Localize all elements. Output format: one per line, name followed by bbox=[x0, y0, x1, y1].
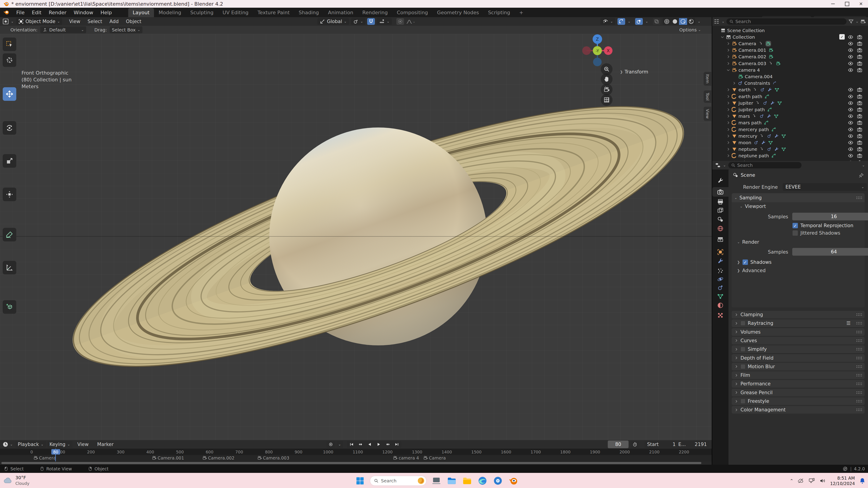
timeline-marker-camera-003[interactable]: Camera.003 bbox=[257, 455, 289, 460]
properties-tab-scene[interactable] bbox=[712, 215, 728, 224]
viewport-subpanel-header[interactable]: ⌄ Viewport bbox=[732, 202, 865, 210]
expand--chevron-icon[interactable] bbox=[726, 121, 730, 125]
outliner-row-earth-path[interactable]: earth path bbox=[712, 93, 868, 100]
collection-exclude-checkbox[interactable]: ✓ bbox=[839, 34, 845, 39]
ortho-perspective-button[interactable] bbox=[601, 94, 613, 106]
gizmos-dropdown[interactable]: ⌄ bbox=[625, 18, 633, 25]
drag-grip-icon[interactable] bbox=[856, 382, 862, 385]
workspace-tab-shading[interactable]: Shading bbox=[294, 8, 323, 17]
render-engine-dropdown[interactable]: EEVEE ⌄ bbox=[783, 183, 867, 191]
disable-render-icon[interactable] bbox=[857, 140, 862, 145]
section-motion-blur[interactable]: Motion Blur bbox=[732, 363, 865, 370]
expand--chevron-icon[interactable] bbox=[726, 55, 730, 59]
shading-wireframe-button[interactable] bbox=[663, 18, 671, 25]
workspace-tab-scripting[interactable]: Scripting bbox=[484, 8, 515, 17]
prev-keyframe-button[interactable] bbox=[356, 441, 365, 448]
hide-eye-icon[interactable] bbox=[848, 61, 853, 66]
drag-grip-icon[interactable] bbox=[856, 313, 862, 316]
hide-eye-icon[interactable] bbox=[848, 67, 853, 73]
outliner-row-camera-001[interactable]: Camera.001 bbox=[712, 47, 868, 54]
tool-annotate-button[interactable] bbox=[3, 228, 16, 241]
hide-eye-icon[interactable] bbox=[848, 47, 853, 53]
properties-tab-view-layer[interactable] bbox=[712, 206, 728, 215]
disable-render-icon[interactable] bbox=[857, 61, 862, 66]
viewport-menu-view[interactable]: View bbox=[65, 18, 84, 26]
maximize-button[interactable] bbox=[840, 0, 854, 8]
shading-solid-button[interactable] bbox=[671, 18, 679, 25]
section-curves[interactable]: Curves bbox=[732, 337, 865, 345]
outliner-row-camera-4[interactable]: camera 4 bbox=[712, 67, 868, 73]
hide-eye-icon[interactable] bbox=[848, 127, 853, 132]
section-depth-of-field[interactable]: Depth of Field bbox=[732, 354, 865, 362]
hide-eye-icon[interactable] bbox=[848, 87, 853, 92]
outliner-row-neptune[interactable]: neptune bbox=[712, 146, 868, 153]
section-clamping[interactable]: Clamping bbox=[732, 311, 865, 319]
properties-tab-constraints[interactable] bbox=[712, 283, 728, 292]
temporal-reprojection-checkbox[interactable]: ✓ bbox=[792, 223, 798, 229]
mode-selector[interactable]: Object Mode ⌄ bbox=[16, 18, 62, 25]
sidebar-tab-view[interactable]: View bbox=[704, 107, 711, 121]
timeline-ruler[interactable]: 0100200300400500600700800900100011001200… bbox=[0, 449, 712, 455]
expand-collapse-chevron-icon[interactable] bbox=[720, 35, 724, 39]
current-frame-field[interactable]: 80 bbox=[608, 441, 628, 448]
expand--chevron-icon[interactable] bbox=[726, 114, 730, 118]
expand--chevron-icon[interactable] bbox=[726, 128, 730, 132]
timeline-menu-view[interactable]: View bbox=[74, 440, 92, 449]
disable-render-icon[interactable] bbox=[857, 153, 862, 158]
disable-render-icon[interactable] bbox=[857, 100, 862, 106]
disable-render-icon[interactable] bbox=[857, 54, 862, 60]
hide-eye-icon[interactable] bbox=[848, 100, 853, 106]
timeline-menu-keying[interactable]: Keying⌄ bbox=[47, 441, 72, 448]
tool-scale-button[interactable] bbox=[3, 154, 16, 168]
workspace-tab-layout[interactable]: Layout bbox=[128, 8, 154, 17]
drag-grip-icon[interactable] bbox=[856, 330, 862, 334]
disable-render-icon[interactable] bbox=[857, 120, 862, 125]
close-button[interactable]: ✕ bbox=[854, 0, 868, 8]
workspace-tab-geometry-nodes[interactable]: Geometry Nodes bbox=[433, 8, 484, 17]
menu-render[interactable]: Render bbox=[45, 8, 70, 17]
outliner-row-camera-003[interactable]: Camera.003 bbox=[712, 60, 868, 67]
outliner-row-camera-002[interactable]: Camera.002 bbox=[712, 54, 868, 60]
clock-widget[interactable]: 8:51 AM 12/10/2024 bbox=[830, 475, 855, 486]
frame-start-field[interactable]: Start 1 bbox=[644, 441, 678, 448]
outliner-row-camera[interactable]: Camera bbox=[712, 40, 868, 47]
timeline-marker-strip[interactable]: CameraCamera.001Camera.002Camera.003came… bbox=[0, 455, 712, 461]
workspace-tab-rendering[interactable]: Rendering bbox=[358, 8, 392, 17]
properties-editor-icon[interactable] bbox=[715, 162, 721, 168]
hide-eye-icon[interactable] bbox=[848, 133, 853, 139]
outliner-row-mercury[interactable]: mercury bbox=[712, 133, 868, 139]
disable-render-icon[interactable] bbox=[857, 34, 862, 40]
timeline-marker-camera-4[interactable]: camera 4 bbox=[393, 455, 419, 460]
expand--chevron-icon[interactable] bbox=[726, 107, 730, 112]
workspace-tab-texture-paint[interactable]: Texture Paint bbox=[253, 8, 294, 17]
minimize-button[interactable] bbox=[826, 0, 840, 8]
tool-move-button[interactable] bbox=[3, 87, 16, 101]
3d-viewport[interactable]: Front Orthographic (80) Collection | sun… bbox=[0, 34, 712, 440]
properties-tab-physics[interactable] bbox=[712, 274, 728, 284]
expand-collapse-chevron-icon[interactable] bbox=[726, 68, 730, 72]
breadcrumb-scene[interactable]: Scene bbox=[741, 172, 755, 178]
overlays-dropdown[interactable]: ⌄ bbox=[643, 18, 650, 25]
drag-grip-icon[interactable] bbox=[856, 339, 862, 342]
section-checkbox[interactable] bbox=[741, 399, 745, 404]
jump-start-button[interactable] bbox=[347, 441, 356, 448]
outliner-row-jupiter-path[interactable]: jupiter path bbox=[712, 106, 868, 113]
section-simplify[interactable]: Simplify bbox=[732, 346, 865, 353]
weather-widget[interactable]: 30°F Cloudy bbox=[3, 475, 29, 486]
snap-settings-dropdown[interactable]: ⌄ bbox=[377, 18, 392, 25]
play-reverse-button[interactable] bbox=[365, 441, 374, 448]
timeline-scrollbar[interactable] bbox=[0, 461, 712, 465]
outliner-row-mercery-path[interactable]: mercery path bbox=[712, 126, 868, 133]
section-checkbox[interactable] bbox=[741, 321, 745, 326]
gizmos-toggle[interactable] bbox=[618, 18, 625, 25]
timeline-marker-camera[interactable]: Camera bbox=[423, 455, 446, 460]
properties-tab-modifiers[interactable] bbox=[712, 256, 728, 266]
tool-cursor-button[interactable] bbox=[3, 53, 16, 67]
proportional-editing-toggle[interactable] bbox=[396, 18, 404, 25]
expand--chevron-icon[interactable] bbox=[726, 154, 730, 158]
timeline-marker-camera-002[interactable]: Camera.002 bbox=[202, 455, 235, 460]
play-forward-button[interactable] bbox=[374, 441, 383, 448]
orientation-default-dropdown[interactable]: Default ⌄ bbox=[40, 27, 86, 33]
disable-render-icon[interactable] bbox=[857, 94, 862, 99]
properties-search-input[interactable]: Search bbox=[728, 162, 802, 168]
